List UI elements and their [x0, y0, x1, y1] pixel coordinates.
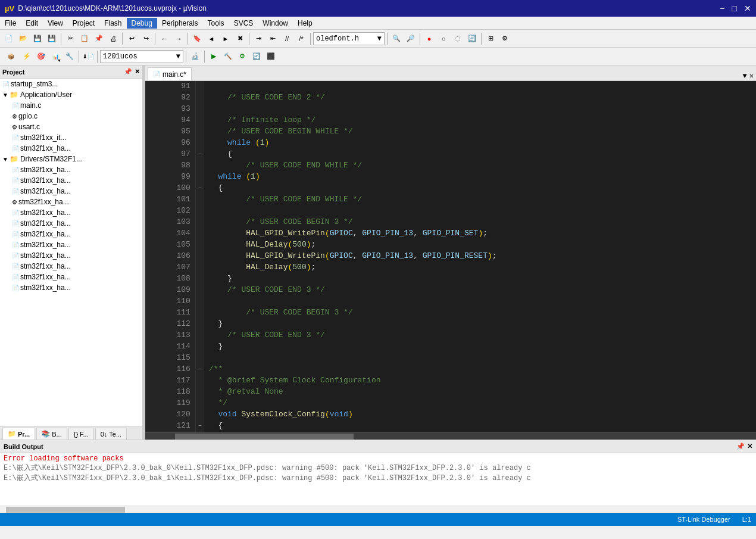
build-content[interactable]: Error loading software packs E:\嵌入式\Keil… — [0, 453, 756, 506]
build-horizontal-scrollbar[interactable] — [0, 506, 756, 513]
tree-item-usart[interactable]: ⚙ usart.c — [0, 121, 142, 132]
line-fold[interactable] — [196, 375, 204, 387]
project-dropdown[interactable]: 1201ucos ▼ — [100, 50, 183, 63]
tree-item-drv8[interactable]: 📄 stm32f1xx_ha... — [0, 239, 142, 250]
tree-item-drv5[interactable]: 📄 stm32f1xx_ha... — [0, 207, 142, 218]
line-fold[interactable] — [196, 126, 204, 138]
panel-close-button[interactable]: ✕ — [135, 68, 140, 76]
tree-item-drivers-folder[interactable]: ▼ 📁 Drivers/STM32F1... — [0, 154, 142, 164]
tree-item-drv9[interactable]: 📄 stm32f1xx_ha... — [0, 250, 142, 261]
line-fold[interactable] — [196, 307, 204, 319]
editor-tab-main[interactable]: 📄 main.c* — [148, 67, 192, 80]
settings-button[interactable]: ⚙ — [498, 32, 511, 45]
config-button[interactable]: ● — [423, 32, 436, 45]
line-fold[interactable] — [196, 138, 204, 149]
menu-debug[interactable]: Debug — [127, 18, 157, 29]
line-fold[interactable] — [196, 262, 204, 273]
minimize-button[interactable]: − — [720, 4, 724, 13]
download-button[interactable]: ⬇📄 — [82, 50, 95, 63]
stop-build-button[interactable]: ⬛ — [264, 50, 277, 63]
open-button[interactable]: 📂 — [17, 32, 30, 45]
clear-bookmark-button[interactable]: ✖ — [233, 32, 246, 45]
tree-item-startup[interactable]: 📄 startup_stm3... — [0, 79, 142, 89]
tree-item-stm-it[interactable]: 📄 stm32f1xx_it... — [0, 132, 142, 143]
tree-item-drv6[interactable]: 📄 stm32f1xx_ha... — [0, 218, 142, 229]
rebuild-button[interactable]: ⚙ — [236, 50, 249, 63]
reset-button[interactable]: 🔄 — [466, 32, 479, 45]
target-btn3[interactable]: 📊 ▼ — [49, 50, 62, 63]
line-fold[interactable] — [196, 251, 204, 262]
line-fold[interactable] — [196, 398, 204, 409]
menu-flash[interactable]: Flash — [99, 18, 126, 29]
nav-back-button[interactable]: ← — [158, 32, 171, 45]
tree-item-stm-hal1[interactable]: 📄 stm32f1xx_ha... — [0, 143, 142, 154]
tree-item-main[interactable]: 📄 main.c — [0, 100, 142, 111]
line-fold[interactable] — [196, 319, 204, 330]
line-fold[interactable] — [196, 387, 204, 398]
pkg-button[interactable]: 📦 — [2, 50, 19, 63]
tree-item-gpio[interactable]: ⚙ gpio.c — [0, 111, 142, 121]
menu-view[interactable]: View — [43, 18, 68, 29]
line-fold[interactable] — [196, 160, 204, 172]
line-fold[interactable] — [196, 115, 204, 126]
line-fold[interactable] — [196, 285, 204, 296]
code-editor[interactable]: 91 92 /* USER CODE END 2 */ 93 — [145, 81, 756, 440]
print-button[interactable]: 🖨 — [107, 32, 120, 45]
save-all-button[interactable]: 💾 — [45, 32, 58, 45]
batch-button[interactable]: 🔄 — [250, 50, 263, 63]
build-button[interactable]: 🔨 — [221, 50, 235, 63]
undo-button[interactable]: ↩ — [125, 32, 138, 45]
line-fold[interactable] — [196, 205, 204, 217]
next-bookmark-button[interactable]: ► — [219, 32, 232, 45]
tab-functions[interactable]: {} F... — [68, 428, 94, 440]
line-fold[interactable]: − — [196, 149, 204, 160]
comment-button[interactable]: // — [280, 32, 293, 45]
tree-item-drv11[interactable]: 📄 stm32f1xx_ha... — [0, 272, 142, 282]
menu-help[interactable]: Help — [293, 18, 317, 29]
tab-close-button[interactable]: ✕ — [749, 71, 754, 80]
line-fold[interactable] — [196, 194, 204, 205]
menu-file[interactable]: File — [0, 18, 21, 29]
code-scroll-area[interactable]: 91 92 /* USER CODE END 2 */ 93 — [145, 81, 756, 432]
tree-item-drv4[interactable]: ⚙ stm32f1xx_ha... — [0, 197, 142, 207]
tree-item-drv10[interactable]: 📄 stm32f1xx_ha... — [0, 261, 142, 272]
line-fold[interactable]: − — [196, 183, 204, 194]
build-pin-button[interactable]: 📌 — [736, 443, 745, 450]
target-btn2[interactable]: 🎯 — [35, 50, 48, 63]
tree-item-appuser-folder[interactable]: ▼ 📁 Application/User — [0, 89, 142, 100]
line-fold[interactable] — [196, 81, 204, 92]
menu-peripherals[interactable]: Peripherals — [157, 18, 203, 29]
build-close-button[interactable]: ✕ — [747, 443, 752, 450]
line-fold[interactable] — [196, 409, 204, 420]
maximize-button[interactable]: □ — [732, 4, 737, 13]
dbg-config-button[interactable]: 🔬 — [189, 50, 202, 63]
line-fold[interactable] — [196, 92, 204, 104]
grid-button[interactable]: ⊞ — [484, 32, 497, 45]
uncomment-button[interactable]: /* — [295, 32, 308, 45]
redo-button[interactable]: ↪ — [139, 32, 152, 45]
menu-edit[interactable]: Edit — [21, 18, 43, 29]
run-button[interactable]: ▶ — [207, 50, 220, 63]
line-fold[interactable] — [196, 341, 204, 353]
save-button[interactable]: 💾 — [31, 32, 44, 45]
line-fold[interactable]: − — [196, 364, 204, 375]
tree-item-drv12[interactable]: 📄 stm32f1xx_ha... — [0, 282, 142, 293]
tree-item-drv2[interactable]: 📄 stm32f1xx_ha... — [0, 175, 142, 186]
unindent-button[interactable]: ⇤ — [266, 32, 279, 45]
tree-item-drv7[interactable]: 📄 stm32f1xx_ha... — [0, 229, 142, 239]
stop-button[interactable]: ○ — [437, 32, 450, 45]
new-file-button[interactable]: 📄 — [2, 32, 15, 45]
line-fold[interactable] — [196, 296, 204, 307]
close-button[interactable]: ✕ — [744, 4, 751, 13]
copy-button[interactable]: 📋 — [78, 32, 91, 45]
line-fold[interactable] — [196, 228, 204, 239]
line-fold[interactable] — [196, 353, 204, 364]
tree-item-drv3[interactable]: 📄 stm32f1xx_ha... — [0, 186, 142, 197]
menu-window[interactable]: Window — [258, 18, 293, 29]
line-fold[interactable] — [196, 273, 204, 285]
line-fold[interactable] — [196, 217, 204, 228]
line-fold[interactable] — [196, 330, 204, 341]
menu-project[interactable]: Project — [68, 18, 99, 29]
tab-templates[interactable]: 0↓ Te... — [95, 428, 127, 440]
cut-button[interactable]: ✂ — [64, 32, 77, 45]
